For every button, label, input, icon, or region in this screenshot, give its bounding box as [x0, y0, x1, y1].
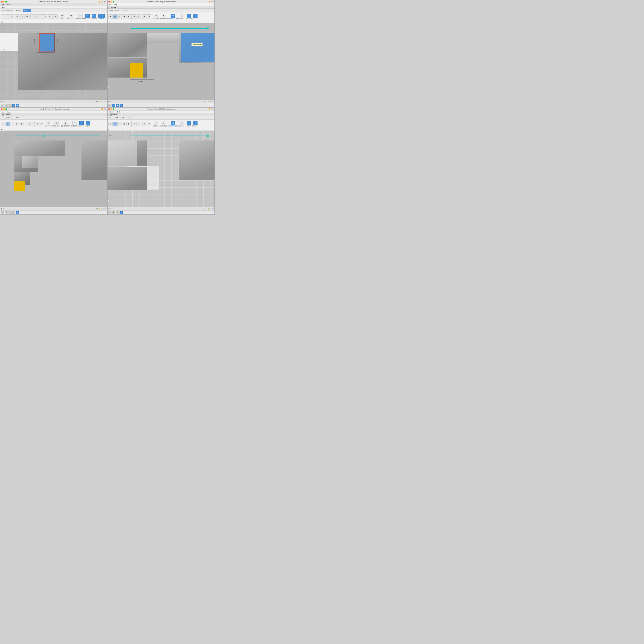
viewport-1[interactable]: 0.5 fx: 0.20 fx: 0.20 fx: 0.16: [0, 23, 107, 100]
bt-home-1[interactable]: ⌂: [1, 104, 4, 107]
tab-sheetmetal-3[interactable]: SHEET METAL: [1, 116, 13, 119]
tb-trim-1[interactable]: ⊗: [53, 14, 58, 19]
bt-orbit-3[interactable]: ↻: [5, 211, 8, 214]
tb-move-4[interactable]: ✛: [132, 122, 137, 126]
viewport-3[interactable]: 0.5: [0, 131, 107, 207]
bt-view-3[interactable]: ■: [16, 211, 19, 214]
min-btn-2[interactable]: [110, 1, 112, 3]
tb-freeform-1[interactable]: 〰: [43, 14, 47, 19]
max-btn-2[interactable]: [113, 1, 114, 3]
bt-pan-3[interactable]: ✋: [8, 211, 12, 214]
tb-3d-4-3[interactable]: ▣: [15, 122, 19, 126]
tb-3d-3-2[interactable]: ▭: [117, 14, 122, 19]
modify-group-3[interactable]: ⚙ MODIFY ▾: [45, 121, 52, 127]
tab-tools-2[interactable]: TOOLS: [122, 9, 129, 12]
tb-3d-4-4[interactable]: ▣: [122, 122, 126, 126]
tab-sheetmetal-2[interactable]: SHEET METAL: [108, 9, 121, 12]
tb-arc-1[interactable]: ⌒: [6, 14, 10, 19]
tb-scissors-1[interactable]: ✂: [10, 14, 14, 19]
modify-group-4[interactable]: ⚙ MODIFY ▾: [153, 121, 159, 127]
tb-mesh-4[interactable]: ⊞: [142, 122, 147, 126]
tb-formula-4[interactable]: fx: [137, 122, 141, 126]
menu-help-2[interactable]: Help: [113, 4, 118, 6]
tb-rect-1[interactable]: ▭: [25, 14, 29, 19]
menu-window-2[interactable]: iow: [108, 4, 112, 6]
assemble-group-2[interactable]: ⊕ ASSEMBLE ▾: [159, 14, 168, 20]
min-btn-1[interactable]: [3, 1, 5, 3]
inspect-group-1[interactable]: 🔍 INSPECT ▾: [77, 14, 84, 20]
tb-3d-3-4[interactable]: ▭: [117, 122, 122, 126]
insert-group-2[interactable]: + INSERT ▾: [186, 14, 192, 20]
assemble-group-4[interactable]: ⊕ ASSEMBLE ▾: [159, 121, 168, 127]
insert-group-3[interactable]: + INSERT ▾: [78, 121, 84, 127]
select-group-1[interactable]: ↖ SELECT ▾: [91, 14, 97, 20]
tb-formula-1[interactable]: ⊂fx: [15, 14, 19, 19]
tb-corner-1[interactable]: ⌐: [48, 14, 52, 19]
construct-group-2[interactable]: ▦ CONSTRUCT >: [168, 14, 178, 19]
tb-triangle-1[interactable]: △: [34, 14, 38, 19]
file-tab-1[interactable]: 💾 Untitled*: [1, 4, 11, 6]
tb-mesh2-4[interactable]: ⊟: [147, 122, 151, 126]
tb-mesh2-3[interactable]: ⊟: [40, 122, 44, 126]
menu-window-4[interactable]: Window: [108, 111, 115, 113]
viewport-4[interactable]: Shap...: [108, 131, 214, 207]
bt-view-c-2[interactable]: ■: [120, 104, 123, 107]
close-btn-3[interactable]: [1, 108, 3, 110]
tb-polygon-1[interactable]: ⬡: [38, 14, 43, 19]
tb-mesh-3[interactable]: ⊞: [35, 122, 39, 126]
bt-pan-1[interactable]: ✋: [8, 104, 12, 107]
select-group-4[interactable]: ↖ SELECT ▾: [192, 121, 198, 127]
select-group-2[interactable]: ↖ SELECT ▾: [192, 14, 198, 20]
select-group-3[interactable]: ↖ SELECT ▾: [85, 121, 91, 127]
tab-ce-4[interactable]: CE: [108, 116, 112, 119]
max-btn-1[interactable]: [5, 1, 7, 3]
construct-group-3[interactable]: ▦ CONSTRUCT =: [61, 121, 71, 127]
tb-move-3[interactable]: ✛: [25, 122, 29, 126]
tb-3d-3-3[interactable]: ▭: [10, 122, 14, 126]
menu-help-3[interactable]: Help: [6, 111, 10, 113]
tab-tools-4[interactable]: TOOLS: [127, 116, 134, 119]
finish-group-1[interactable]: ■ FINISH: [98, 14, 105, 19]
inspect-group-2[interactable]: 🔍 INSPECT ▾: [178, 14, 185, 20]
file-tab-2[interactable]: 💾 Untitled*: [108, 6, 119, 8]
menu-help-1[interactable]: Help: [1, 6, 5, 8]
bt-home-4[interactable]: ⌂: [108, 211, 111, 214]
bt-view-a-2[interactable]: □: [112, 104, 115, 107]
tab-sheetmetal-4[interactable]: SHEET METAL: [113, 116, 126, 119]
tab-sketch-1[interactable]: SKETCH: [23, 9, 31, 12]
construct-group-4[interactable]: ▦ CONSTRUCT >: [168, 121, 178, 127]
menu-iow-3[interactable]: iow: [1, 111, 5, 113]
modify-group-1[interactable]: ✂⚙ MODIFY ▾: [59, 14, 66, 20]
min-btn-4[interactable]: [110, 108, 112, 110]
tb-3d-2-3[interactable]: ⬡: [6, 122, 10, 126]
tb-3d-2-2[interactable]: ⬡: [113, 14, 117, 19]
inspect-group-3[interactable]: 🔍 INSPECT ▾: [71, 121, 78, 127]
viewport-2[interactable]: ← -TabDepth ◀ fx: 0.16: [108, 23, 214, 100]
tb-circle-1[interactable]: ○: [29, 14, 34, 19]
bt-view-2[interactable]: ■: [16, 104, 19, 107]
bt-zoom-3[interactable]: ⊕: [12, 211, 15, 214]
slider-thumb-4[interactable]: [207, 135, 209, 137]
menu-help-4[interactable]: Help: [117, 111, 121, 113]
modify-group-2[interactable]: ⚙ MODIFY ▾: [153, 14, 159, 20]
file-tab-4[interactable]: 💾 Untitled*: [108, 113, 119, 116]
tb-3d-1-2[interactable]: ◈: [108, 14, 113, 19]
close-btn-4[interactable]: [108, 108, 110, 110]
tb-3d-5-3[interactable]: ▦: [19, 122, 23, 126]
tb-move-2[interactable]: ✛: [132, 14, 137, 19]
tb-3d-1-3[interactable]: ◈: [1, 122, 5, 126]
tb-3d-5-4[interactable]: ▦: [126, 122, 131, 126]
tab-tools-1[interactable]: TOOLS: [15, 9, 22, 12]
bt-pan-4[interactable]: ✋: [116, 211, 119, 214]
min-btn-3[interactable]: [3, 108, 5, 110]
bt-view-b-2[interactable]: ■: [116, 104, 119, 107]
tb-line-1[interactable]: ╱: [1, 14, 5, 19]
slider-thumb-2[interactable]: [207, 27, 209, 29]
tb-point-1[interactable]: ·: [20, 14, 25, 19]
tb-3d-5-2[interactable]: ▦: [126, 14, 131, 19]
file-tab-3[interactable]: 💾 Untitled*: [1, 113, 11, 116]
bt-home-3[interactable]: ⌂: [1, 211, 4, 214]
close-btn-1[interactable]: [1, 1, 3, 3]
bt-orbit-1[interactable]: ↻: [5, 104, 8, 107]
insert-group-1[interactable]: + INSERT ▾: [84, 14, 90, 20]
